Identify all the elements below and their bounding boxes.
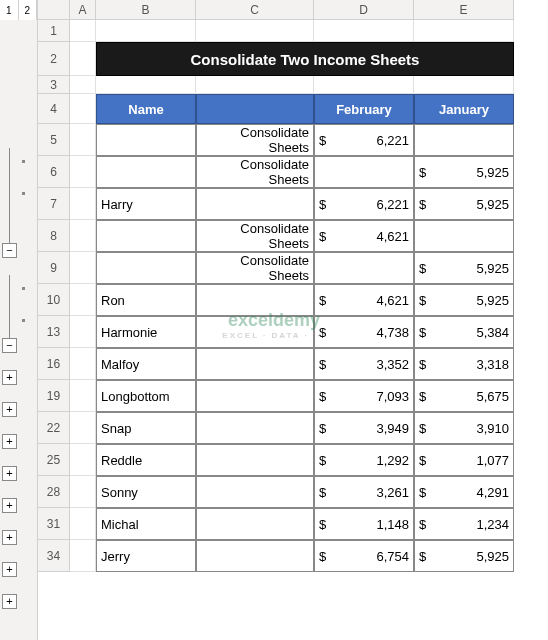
header-jan[interactable]: January bbox=[414, 94, 514, 124]
name-cell[interactable]: Harmonie bbox=[96, 316, 196, 348]
column-header[interactable]: E bbox=[414, 0, 514, 20]
money-cell[interactable]: $4,621 bbox=[314, 220, 414, 252]
money-cell[interactable]: $5,925 bbox=[414, 188, 514, 220]
row-header[interactable]: 9 bbox=[38, 252, 70, 284]
money-cell[interactable]: $4,291 bbox=[414, 476, 514, 508]
money-cell[interactable]: $3,949 bbox=[314, 412, 414, 444]
outline-level-1[interactable]: 1 bbox=[0, 0, 19, 20]
row-header[interactable]: 6 bbox=[38, 156, 70, 188]
name-cell[interactable]: Sonny bbox=[96, 476, 196, 508]
blank-cell[interactable] bbox=[70, 444, 96, 476]
money-cell[interactable]: $5,925 bbox=[414, 252, 514, 284]
blank-cell[interactable] bbox=[414, 76, 514, 94]
row-header[interactable]: 5 bbox=[38, 124, 70, 156]
blank-cell[interactable] bbox=[70, 348, 96, 380]
blank-data-cell[interactable] bbox=[196, 284, 314, 316]
outline-expand-button[interactable]: + bbox=[2, 434, 17, 449]
money-cell[interactable] bbox=[414, 124, 514, 156]
money-cell[interactable]: $5,384 bbox=[414, 316, 514, 348]
column-header[interactable]: D bbox=[314, 0, 414, 20]
money-cell[interactable]: $1,077 bbox=[414, 444, 514, 476]
blank-data-cell[interactable] bbox=[196, 316, 314, 348]
money-cell[interactable]: $6,221 bbox=[314, 188, 414, 220]
money-cell[interactable]: $6,754 bbox=[314, 540, 414, 572]
blank-cell[interactable] bbox=[70, 508, 96, 540]
name-cell[interactable] bbox=[96, 220, 196, 252]
money-cell[interactable]: $5,925 bbox=[414, 156, 514, 188]
header-name[interactable]: Name bbox=[96, 94, 196, 124]
column-header[interactable]: C bbox=[196, 0, 314, 20]
row-header[interactable]: 28 bbox=[38, 476, 70, 508]
money-cell[interactable]: $1,234 bbox=[414, 508, 514, 540]
outline-level-2[interactable]: 2 bbox=[19, 0, 38, 20]
blank-cell[interactable] bbox=[70, 188, 96, 220]
money-cell[interactable]: $3,318 bbox=[414, 348, 514, 380]
row-header[interactable]: 16 bbox=[38, 348, 70, 380]
row-header[interactable]: 22 bbox=[38, 412, 70, 444]
outline-expand-button[interactable]: + bbox=[2, 370, 17, 385]
blank-data-cell[interactable] bbox=[196, 476, 314, 508]
blank-cell[interactable] bbox=[196, 20, 314, 42]
blank-cell[interactable] bbox=[70, 412, 96, 444]
blank-cell[interactable] bbox=[70, 156, 96, 188]
money-cell[interactable]: $1,148 bbox=[314, 508, 414, 540]
row-header[interactable]: 2 bbox=[38, 42, 70, 76]
money-cell[interactable]: $3,910 bbox=[414, 412, 514, 444]
name-cell[interactable]: Michal bbox=[96, 508, 196, 540]
outline-expand-button[interactable]: + bbox=[2, 402, 17, 417]
blank-cell[interactable] bbox=[70, 42, 96, 76]
outline-expand-button[interactable]: + bbox=[2, 562, 17, 577]
name-cell[interactable]: Longbottom bbox=[96, 380, 196, 412]
column-header[interactable]: A bbox=[70, 0, 96, 20]
column-header[interactable] bbox=[38, 0, 70, 20]
money-cell[interactable]: $4,621 bbox=[314, 284, 414, 316]
name-cell[interactable] bbox=[96, 124, 196, 156]
name-cell[interactable]: Ron bbox=[96, 284, 196, 316]
column-header[interactable]: B bbox=[96, 0, 196, 20]
row-header[interactable]: 19 bbox=[38, 380, 70, 412]
name-cell[interactable]: Snap bbox=[96, 412, 196, 444]
money-cell[interactable]: $6,221 bbox=[314, 124, 414, 156]
header-blank[interactable] bbox=[196, 94, 314, 124]
blank-cell[interactable] bbox=[70, 380, 96, 412]
name-cell[interactable]: Reddle bbox=[96, 444, 196, 476]
blank-cell[interactable] bbox=[414, 20, 514, 42]
blank-cell[interactable] bbox=[70, 252, 96, 284]
blank-cell[interactable] bbox=[70, 76, 96, 94]
blank-cell[interactable] bbox=[96, 76, 196, 94]
consolidate-cell[interactable]: Consolidate Sheets bbox=[196, 220, 314, 252]
header-feb[interactable]: February bbox=[314, 94, 414, 124]
consolidate-cell[interactable]: Consolidate Sheets bbox=[196, 124, 314, 156]
blank-cell[interactable] bbox=[96, 20, 196, 42]
money-cell[interactable]: $4,738 bbox=[314, 316, 414, 348]
blank-data-cell[interactable] bbox=[196, 188, 314, 220]
blank-cell[interactable] bbox=[70, 284, 96, 316]
money-cell[interactable] bbox=[314, 252, 414, 284]
money-cell[interactable]: $5,925 bbox=[414, 284, 514, 316]
blank-cell[interactable] bbox=[70, 220, 96, 252]
blank-cell[interactable] bbox=[70, 476, 96, 508]
blank-data-cell[interactable] bbox=[196, 444, 314, 476]
blank-cell[interactable] bbox=[70, 20, 96, 42]
outline-collapse-button[interactable]: − bbox=[2, 243, 17, 258]
blank-data-cell[interactable] bbox=[196, 540, 314, 572]
row-header[interactable]: 1 bbox=[38, 20, 70, 42]
money-cell[interactable]: $7,093 bbox=[314, 380, 414, 412]
outline-collapse-button[interactable]: − bbox=[2, 338, 17, 353]
name-cell[interactable]: Malfoy bbox=[96, 348, 196, 380]
row-header[interactable]: 10 bbox=[38, 284, 70, 316]
blank-cell[interactable] bbox=[70, 94, 96, 124]
blank-data-cell[interactable] bbox=[196, 380, 314, 412]
blank-cell[interactable] bbox=[70, 124, 96, 156]
row-header[interactable]: 34 bbox=[38, 540, 70, 572]
row-header[interactable]: 31 bbox=[38, 508, 70, 540]
row-header[interactable]: 25 bbox=[38, 444, 70, 476]
name-cell[interactable]: Jerry bbox=[96, 540, 196, 572]
blank-cell[interactable] bbox=[70, 316, 96, 348]
outline-expand-button[interactable]: + bbox=[2, 594, 17, 609]
row-header[interactable]: 13 bbox=[38, 316, 70, 348]
blank-data-cell[interactable] bbox=[196, 508, 314, 540]
money-cell[interactable]: $5,925 bbox=[414, 540, 514, 572]
blank-cell[interactable] bbox=[314, 20, 414, 42]
blank-data-cell[interactable] bbox=[196, 412, 314, 444]
